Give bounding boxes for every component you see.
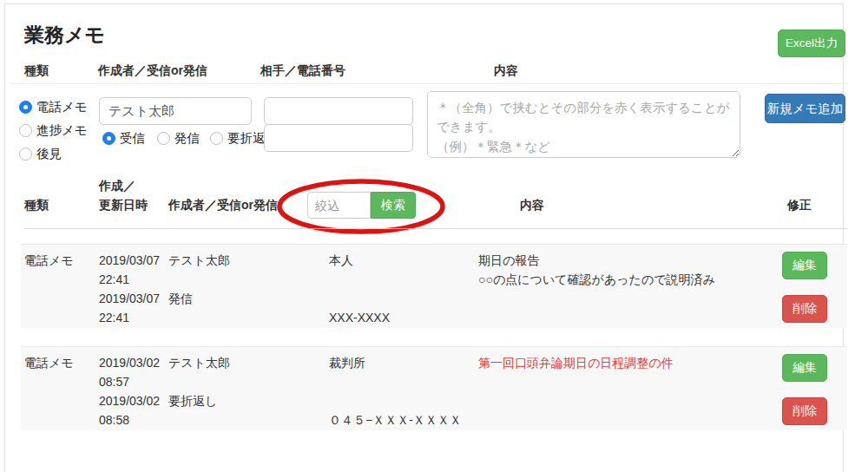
direction: 要折返し xyxy=(168,391,230,410)
radio-phone-memo-circle[interactable] xyxy=(19,101,32,114)
created-date: 2019/03/07 xyxy=(99,251,160,270)
row-party: 本人 XXX-XXXX xyxy=(329,251,390,327)
row-content: 第一回口頭弁論期日の日程調整の件 xyxy=(478,353,773,372)
edit-button[interactable]: 編集 xyxy=(782,354,827,382)
updated-date: 2019/03/02 xyxy=(99,391,160,410)
created-date: 2019/03/02 xyxy=(99,353,160,372)
radio-phone-memo[interactable]: 電話メモ xyxy=(19,98,88,115)
row-dates: 2019/03/07 22:41 2019/03/07 22:41 xyxy=(99,251,160,327)
form-header-divider xyxy=(10,83,848,84)
created-time: 08:57 xyxy=(99,372,160,391)
radio-progress-memo[interactable]: 進捗メモ xyxy=(19,121,88,139)
radio-outgoing-label: 発信 xyxy=(174,130,200,147)
list-header-created: 作成／ xyxy=(99,179,135,194)
radio-outgoing[interactable]: 発信 xyxy=(157,129,200,147)
row-content: 期日の報告 ○○の点について確認があったので説明済み xyxy=(478,251,773,289)
radio-phone-memo-label: 電話メモ xyxy=(36,99,88,115)
author-name: テスト太郎 xyxy=(168,251,230,270)
radio-guardian-memo[interactable]: 後見 xyxy=(19,145,62,162)
updated-time: 08:58 xyxy=(99,410,160,429)
form-label-content: 内容 xyxy=(494,63,518,79)
list-header-content: 内容 xyxy=(520,198,544,213)
row-party: 裁判所 ０４５−ＸＸＸ-ＸＸＸＸ xyxy=(329,353,462,429)
form-label-type: 種類 xyxy=(24,63,49,79)
content-line-1: 第一回口頭弁論期日の日程調整の件 xyxy=(478,353,773,372)
radio-callback-needed-circle[interactable] xyxy=(210,132,223,145)
radio-guardian-memo-circle[interactable] xyxy=(19,148,32,161)
content-line-2: ○○の点について確認があったので説明済み xyxy=(478,270,773,289)
radio-incoming[interactable]: 受信 xyxy=(102,129,145,147)
party-name: 本人 xyxy=(329,251,390,270)
phone-input[interactable] xyxy=(264,124,413,152)
memo-row: 電話メモ 2019/03/02 08:57 2019/03/02 08:58 テ… xyxy=(21,346,847,430)
radio-incoming-label: 受信 xyxy=(120,130,145,147)
content-textarea[interactable] xyxy=(427,91,740,158)
filter-input[interactable] xyxy=(307,192,371,219)
list-header-edit: 修正 xyxy=(787,198,812,213)
delete-button[interactable]: 削除 xyxy=(782,397,827,425)
party-input[interactable] xyxy=(264,97,413,125)
memo-row: 電話メモ 2019/03/07 22:41 2019/03/07 22:41 テ… xyxy=(21,244,847,328)
radio-incoming-circle[interactable] xyxy=(102,132,115,145)
list-header-author: 作成者／受信or発信 xyxy=(168,198,278,213)
direction: 発信 xyxy=(168,289,230,308)
add-memo-button[interactable]: 新規メモ追加 xyxy=(765,94,845,123)
row-type: 電話メモ xyxy=(24,251,74,270)
radio-progress-memo-label: 進捗メモ xyxy=(36,122,88,139)
excel-export-button[interactable]: Excel出力 xyxy=(778,30,845,57)
business-memo-screen: 業務メモ Excel出力 種類 作成者／受信or発信 相手／電話番号 内容 電話… xyxy=(0,0,868,472)
party-phone: ０４５−ＸＸＸ-ＸＸＸＸ xyxy=(329,410,462,429)
row-type: 電話メモ xyxy=(24,353,74,372)
form-label-party: 相手／電話番号 xyxy=(260,63,345,79)
main-panel: 業務メモ Excel出力 種類 作成者／受信or発信 相手／電話番号 内容 電話… xyxy=(4,3,844,472)
form-label-author: 作成者／受信or発信 xyxy=(98,63,207,79)
party-phone: XXX-XXXX xyxy=(329,308,390,327)
content-line-1: 期日の報告 xyxy=(478,251,773,270)
party-name: 裁判所 xyxy=(329,353,462,372)
row-author: テスト太郎 発信 xyxy=(168,251,230,308)
created-time: 22:41 xyxy=(99,270,160,289)
edit-button[interactable]: 編集 xyxy=(782,252,827,279)
row-author: テスト太郎 要折返し xyxy=(168,353,230,410)
updated-time: 22:41 xyxy=(99,308,160,327)
row-dates: 2019/03/02 08:57 2019/03/02 08:58 xyxy=(99,353,160,429)
list-header-divider xyxy=(24,228,847,229)
radio-outgoing-circle[interactable] xyxy=(157,132,170,145)
radio-progress-memo-circle[interactable] xyxy=(19,124,32,137)
author-input[interactable] xyxy=(99,97,252,125)
list-header-type: 種類 xyxy=(24,198,49,213)
delete-button[interactable]: 削除 xyxy=(782,295,827,323)
author-name: テスト太郎 xyxy=(168,353,230,372)
radio-guardian-memo-label: 後見 xyxy=(36,146,62,162)
search-button[interactable]: 検索 xyxy=(371,192,416,219)
list-header-updated: 更新日時 xyxy=(99,198,148,213)
updated-date: 2019/03/07 xyxy=(99,289,160,308)
page-title: 業務メモ xyxy=(24,22,105,49)
